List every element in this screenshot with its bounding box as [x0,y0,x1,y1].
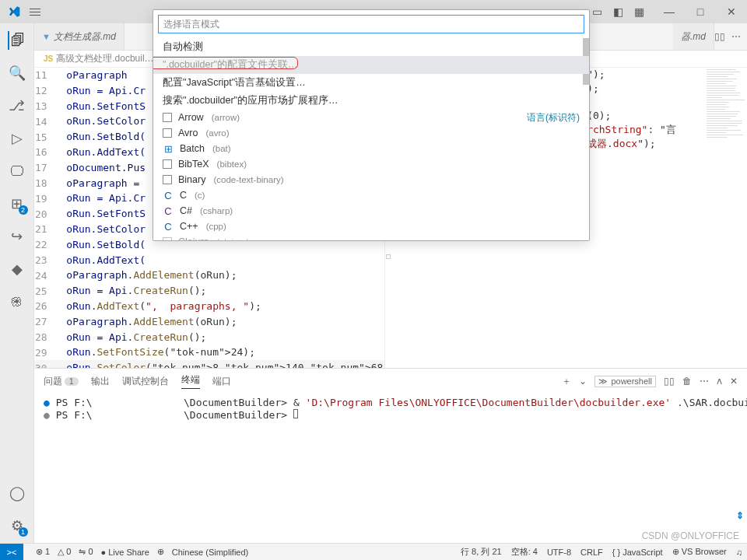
layout-panel-icon[interactable]: ▭ [592,5,602,18]
terminal-body[interactable]: ● PS F:\ \DocumentBuilder> & 'D:\Program… [34,394,747,543]
quick-input-list[interactable]: 自动检测".docbuilder"的配置文件关联…2 配置"JavaScript… [153,38,589,240]
list-item-sublabel: (bibtex) [217,159,247,169]
list-item-sublabel: (bat) [212,144,231,153]
quick-input-item[interactable]: 配置"JavaScript"语言基础设置… [153,74,589,92]
status-encoding[interactable]: UTF-8 [547,548,571,557]
quick-input-item[interactable]: 搜索".docbuilder"的应用市场扩展程序… [153,92,589,110]
layout-sidebar-icon[interactable]: ◧ [613,5,623,18]
extensions-icon[interactable]: ⊞2 [8,194,26,213]
list-item-label: C# [180,205,192,216]
hamburger-menu-icon[interactable] [30,6,40,18]
list-item-sublabel: (cpp) [206,222,226,231]
vscode-logo-icon [8,5,20,18]
copilot-icon[interactable]: ◆ [8,260,26,278]
panel-tab-problems[interactable]: 问题1 [44,375,79,388]
list-item-label: Avro [178,128,198,138]
run-debug-icon[interactable]: ▷ [8,129,26,148]
js-file-icon: JS [44,54,53,63]
tab-label: 文档生成器.md [54,30,116,44]
file-icon [163,113,172,122]
list-item-label: Binary [178,174,205,185]
chevron-down-icon[interactable]: ⌄ [579,376,587,387]
list-item-sublabel: (csharp) [200,206,233,215]
extensions-badge: 2 [19,205,28,215]
chat-icon[interactable]: ֎ [8,292,26,311]
quick-input-item[interactable]: Arrow(arrow)语言(标识符) [153,110,589,125]
remote-explorer-icon[interactable]: 🖵 [8,162,26,180]
powershell-icon: ≫ [598,376,608,387]
terminal-selector[interactable]: ≫powershell [594,376,656,387]
panel-close-icon[interactable]: ✕ [730,376,738,387]
status-errors[interactable]: ⊗ 1 [36,547,50,557]
quick-input-item[interactable]: Binary(code-text-binary) [153,172,589,187]
layout-grid-icon[interactable]: ▦ [634,5,644,18]
settings-gear-icon[interactable]: ⚙1 [8,516,26,535]
list-item-label: Arrow [178,112,204,123]
status-warnings[interactable]: △ 0 [58,547,71,557]
list-item-sublabel: (clojure) [217,237,250,240]
chevron-up-icon[interactable]: ʌ [717,376,722,387]
minimap[interactable] [700,68,747,368]
status-ports[interactable]: ⇋ 0 [79,547,93,557]
quick-input-item[interactable]: CC#(csharp) [153,203,589,219]
status-eol[interactable]: CRLF [580,548,603,557]
language-icon: ⊞ [163,143,174,154]
share-icon[interactable]: ↪ [8,227,26,246]
quick-input-item[interactable]: CC(c) [153,187,589,203]
trash-icon[interactable]: 🗑 [682,376,692,387]
annotation-callout-2: 2 [153,57,298,69]
panel-tab-ports[interactable]: 端口 [212,375,231,388]
settings-badge: 1 [19,527,28,537]
search-icon[interactable]: 🔍 [8,64,26,82]
breadcrumb-label: 高级文档处理.docbuil… [56,52,153,65]
quick-input-item[interactable]: ".docbuilder"的配置文件关联…2 [153,56,589,74]
panel-tab-debug[interactable]: 调试控制台 [122,375,169,388]
activity-bar: 🗐 🔍 ⎇ ▷ 🖵 ⊞2 ↪ ◆ ֎ ◯ ⚙1 [0,23,34,543]
list-item-sublabel: (avro) [205,128,229,138]
quick-input-item[interactable]: Avro(avro) [153,125,589,141]
quick-input-item[interactable]: CC++(cpp) [153,219,589,234]
status-language-pack[interactable]: ⊕ [157,547,164,557]
remote-indicator[interactable]: >< [0,544,23,561]
list-item-label: 自动检测 [163,40,203,54]
resize-handle-icon[interactable]: ⇕ [736,510,744,521]
status-bar: >< ⊗ 1 △ 0 ⇋ 0 ● Live Share ⊕ Chinese (S… [0,543,747,560]
panel-tab-output[interactable]: 输出 [91,375,110,388]
window-minimize-icon[interactable]: ― [654,0,685,23]
list-item-label: C [180,190,187,201]
quick-input-item[interactable]: Clojure(clojure) [153,234,589,240]
language-icon: C [163,221,174,232]
more-icon[interactable]: ⋯ [700,376,709,387]
list-item-label: 搜索".docbuilder"的应用市场扩展程序… [163,94,338,107]
list-item-label: C++ [180,221,198,232]
status-language-mode[interactable]: { } JavaScript [612,548,663,557]
window-maximize-icon[interactable]: □ [685,0,716,23]
quick-input-item[interactable]: 自动检测 [153,38,589,56]
quick-input-item[interactable]: BibTeX(bibtex) [153,156,589,172]
status-locale[interactable]: Chinese (Simplified) [172,548,248,557]
panel-tab-terminal[interactable]: 终端 [181,373,200,389]
status-vsbrowser[interactable]: ⊕ VS Browser [672,547,727,557]
status-bell-icon[interactable]: ♫ [736,548,742,557]
terminal-split-icon[interactable]: ▯▯ [664,376,675,387]
tab-split-icon[interactable]: ▯▯ [714,31,725,42]
list-item-label: Clojure [178,236,209,240]
list-item-label: BibTeX [178,159,209,170]
list-item-label: 配置"JavaScript"语言基础设置… [163,76,306,89]
explorer-icon[interactable]: 🗐 [8,31,26,50]
tab-doc-generator[interactable]: ▼ 文档生成器.md [34,23,124,50]
language-icon: C [163,205,174,216]
quick-input-field[interactable]: 选择语言模式 [158,15,584,33]
tab-right[interactable]: 器.md [673,23,714,50]
list-item-sublabel: (arrow) [212,113,240,122]
terminal-new-icon[interactable]: ＋ [562,375,571,388]
source-control-icon[interactable]: ⎇ [8,96,26,115]
status-cursor-pos[interactable]: 行 8, 列 21 [461,546,502,558]
account-icon[interactable]: ◯ [8,484,26,502]
list-item-sublabel: (c) [195,191,205,200]
tab-more-icon[interactable]: ⋯ [731,31,741,42]
quick-input-item[interactable]: ⊞Batch(bat) [153,141,589,156]
status-liveshare[interactable]: ● Live Share [101,548,149,557]
status-indent[interactable]: 空格: 4 [511,546,538,558]
window-close-icon[interactable]: ✕ [716,0,747,23]
